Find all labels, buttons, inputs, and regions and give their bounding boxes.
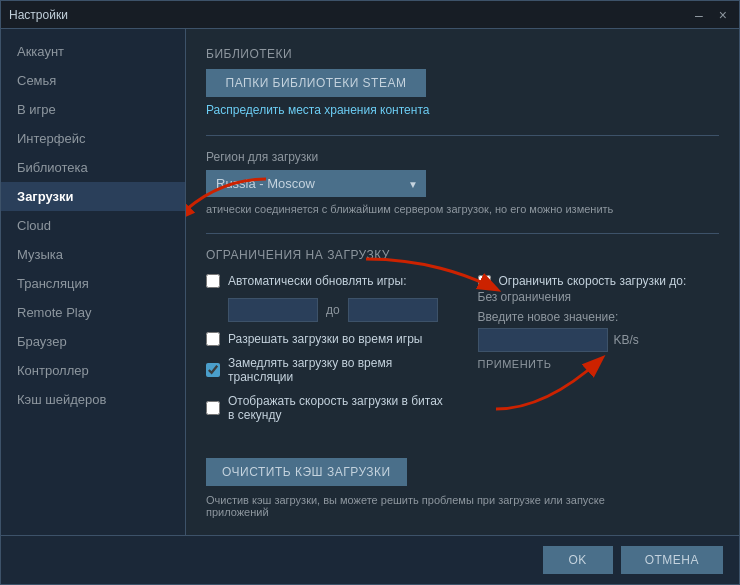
sidebar-item-remoteplay[interactable]: Remote Play [1,298,185,327]
slow-download-row: Замедлять загрузку во время трансляции [206,356,448,384]
right-column: Ограничить скорость загрузки до: Без огр… [478,274,720,371]
time-to-input[interactable] [348,298,438,322]
no-limit-text: Без ограничения [478,290,720,304]
allow-downloads-label: Разрешать загрузки во время игры [228,332,422,346]
distribute-link[interactable]: Распределить места хранения контента [206,103,719,117]
libraries-section: Библиотеки ПАПКИ БИБЛИОТЕКИ STEAM Распре… [206,47,719,117]
speed-input[interactable] [478,328,608,352]
window-title: Настройки [9,8,68,22]
restrictions-title: Ограничения на загрузку [206,248,719,262]
region-label: Регион для загрузки [206,150,719,164]
show-speed-label: Отображать скорость загрузки в битах в с… [228,394,448,422]
limit-speed-label: Ограничить скорость загрузки до: [499,274,687,288]
sidebar: Аккаунт Семья В игре Интерфейс Библиотек… [1,29,186,535]
sidebar-item-music[interactable]: Музыка [1,240,185,269]
content-area: Аккаунт Семья В игре Интерфейс Библиотек… [1,29,739,535]
clear-cache-button[interactable]: ОЧИСТИТЬ КЭШ ЗАГРУЗКИ [206,458,407,486]
sidebar-item-family[interactable]: Семья [1,66,185,95]
sidebar-item-ingame[interactable]: В игре [1,95,185,124]
enter-value-label: Введите новое значение: [478,310,720,324]
show-speed-checkbox[interactable] [206,401,220,415]
restrictions-section: Ограничения на загрузку Автоматически об… [206,248,719,432]
footer: OK ОТМЕНА [1,535,739,584]
divider-2 [206,233,719,234]
until-label: до [326,303,340,317]
main-content: Библиотеки ПАПКИ БИБЛИОТЕКИ STEAM Распре… [186,29,739,535]
allow-downloads-checkbox[interactable] [206,332,220,346]
sidebar-item-interface[interactable]: Интерфейс [1,124,185,153]
auto-update-row: Автоматически обновлять игры: [206,274,448,288]
apply-button[interactable]: ПРИМЕНИТЬ [478,358,552,370]
region-select[interactable]: Russia - Moscow [206,170,426,197]
titlebar: Настройки – × [1,1,739,29]
auto-update-checkbox[interactable] [206,274,220,288]
sidebar-item-browser[interactable]: Браузер [1,327,185,356]
sidebar-item-library[interactable]: Библиотека [1,153,185,182]
slow-download-checkbox[interactable] [206,363,220,377]
region-info-text: атически соединяется с ближайшим серверо… [206,203,636,215]
speed-input-row: KB/s [478,328,720,352]
time-from-input[interactable] [228,298,318,322]
slow-download-label: Замедлять загрузку во время трансляции [228,356,448,384]
sidebar-item-downloads[interactable]: Загрузки [1,182,185,211]
divider-1 [206,135,719,136]
sidebar-item-cloud[interactable]: Cloud [1,211,185,240]
settings-window: Настройки – × Аккаунт Семья В игре Интер… [0,0,740,585]
minimize-button[interactable]: – [691,7,707,23]
libraries-title: Библиотеки [206,47,719,61]
sidebar-item-shadercache[interactable]: Кэш шейдеров [1,385,185,414]
auto-update-label: Автоматически обновлять игры: [228,274,406,288]
close-button[interactable]: × [715,7,731,23]
allow-downloads-row: Разрешать загрузки во время игры [206,332,448,346]
show-speed-row: Отображать скорость загрузки в битах в с… [206,394,448,422]
library-folders-button[interactable]: ПАПКИ БИБЛИОТЕКИ STEAM [206,69,426,97]
left-column: Автоматически обновлять игры: до Разреша… [206,274,448,432]
cache-section: ОЧИСТИТЬ КЭШ ЗАГРУЗКИ Очистив кэш загруз… [206,450,719,518]
cache-info-text: Очистив кэш загрузки, вы можете решить п… [206,494,636,518]
ok-button[interactable]: OK [543,546,613,574]
auto-update-time-section: до [228,298,448,322]
sidebar-item-controller[interactable]: Контроллер [1,356,185,385]
kbs-label: KB/s [614,333,639,347]
region-section: Регион для загрузки Russia - Moscow ▼ ат… [206,150,719,215]
limit-speed-checkbox[interactable] [478,275,491,288]
region-select-wrapper: Russia - Moscow ▼ [206,170,426,197]
titlebar-controls: – × [691,7,731,23]
restrictions-row: Автоматически обновлять игры: до Разреша… [206,274,719,432]
sidebar-item-account[interactable]: Аккаунт [1,37,185,66]
limit-speed-row: Ограничить скорость загрузки до: [478,274,720,288]
sidebar-item-broadcast[interactable]: Трансляция [1,269,185,298]
cancel-button[interactable]: ОТМЕНА [621,546,723,574]
